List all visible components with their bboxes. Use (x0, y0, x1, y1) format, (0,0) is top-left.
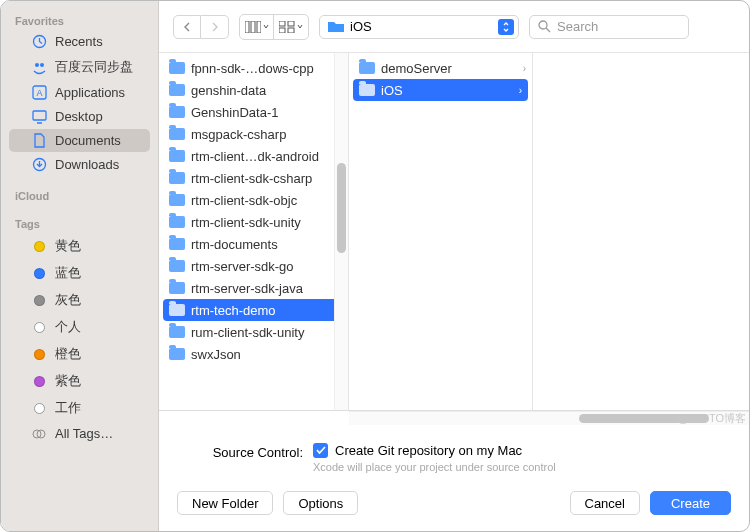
tag-dot-icon (31, 322, 47, 333)
sidebar: Favorites Recents百度云同步盘AApplicationsDesk… (1, 1, 159, 531)
file-row[interactable]: rtm-server-sdk-java› (159, 277, 348, 299)
svg-line-18 (546, 28, 550, 32)
folder-icon (169, 260, 185, 272)
svg-rect-16 (288, 28, 294, 33)
sidebar-tag-工作[interactable]: 工作 (9, 395, 150, 421)
file-name: rtm-tech-demo (191, 303, 329, 318)
file-row[interactable]: rtm-server-sdk-go› (159, 255, 348, 277)
column-2: demoServer›iOS› (349, 53, 533, 410)
folder-icon (169, 238, 185, 250)
file-row[interactable]: rtm-documents› (159, 233, 348, 255)
folder-icon (359, 84, 375, 96)
path-label: iOS (350, 19, 492, 34)
view-mode-group (239, 14, 309, 40)
sidebar-item-label: 个人 (55, 318, 81, 336)
folder-icon (169, 304, 185, 316)
folder-icon (169, 282, 185, 294)
svg-rect-12 (257, 21, 261, 33)
new-folder-button[interactable]: New Folder (177, 491, 273, 515)
file-name: rtm-client…dk-android (191, 149, 333, 164)
svg-rect-5 (33, 111, 46, 120)
folder-icon (359, 62, 375, 74)
toolbar: iOS Search (159, 1, 749, 53)
clock-icon (31, 34, 47, 49)
file-row[interactable]: GenshinData-1› (159, 101, 348, 123)
options-button[interactable]: Options (283, 491, 358, 515)
file-row[interactable]: rtm-client-sdk-csharp› (159, 167, 348, 189)
folder-icon (169, 150, 185, 162)
git-checkbox-row[interactable]: Create Git repository on my Mac (313, 443, 556, 458)
file-row[interactable]: iOS› (353, 79, 528, 101)
file-row[interactable]: fpnn-sdk-…dows-cpp› (159, 57, 348, 79)
sidebar-item-百度云同步盘[interactable]: 百度云同步盘 (9, 54, 150, 80)
folder-icon (169, 348, 185, 360)
chevron-right-icon: › (519, 85, 522, 96)
cancel-button[interactable]: Cancel (570, 491, 640, 515)
file-name: genshin-data (191, 83, 333, 98)
create-button[interactable]: Create (650, 491, 731, 515)
sidebar-tag-灰色[interactable]: 灰色 (9, 287, 150, 313)
svg-point-17 (539, 21, 547, 29)
sidebar-item-documents[interactable]: Documents (9, 129, 150, 152)
file-name: iOS (381, 83, 513, 98)
sidebar-item-label: All Tags… (55, 426, 113, 441)
file-name: rtm-documents (191, 237, 333, 252)
file-row[interactable]: rtm-client-sdk-objc› (159, 189, 348, 211)
sidebar-section-tags: Tags (1, 214, 158, 232)
file-row[interactable]: genshin-data› (159, 79, 348, 101)
save-panel: Favorites Recents百度云同步盘AApplicationsDesk… (0, 0, 750, 532)
file-name: fpnn-sdk-…dows-cpp (191, 61, 333, 76)
sidebar-item-recents[interactable]: Recents (9, 30, 150, 53)
group-view-button[interactable] (274, 15, 308, 39)
doc-icon (31, 133, 47, 148)
sidebar-item-label: 灰色 (55, 291, 81, 309)
file-row[interactable]: rtm-tech-demo› (163, 299, 344, 321)
sidebar-item-downloads[interactable]: Downloads (9, 153, 150, 176)
sidebar-tag-All Tags…[interactable]: All Tags… (9, 422, 150, 445)
file-name: rtm-client-sdk-objc (191, 193, 333, 208)
file-row[interactable]: swxJson› (159, 343, 348, 365)
sidebar-section-favorites: Favorites (1, 11, 158, 29)
file-name: swxJson (191, 347, 333, 362)
file-name: GenshinData-1 (191, 105, 333, 120)
file-row[interactable]: msgpack-csharp› (159, 123, 348, 145)
search-placeholder: Search (557, 19, 598, 34)
download-icon (31, 157, 47, 172)
scrollbar-vertical[interactable] (334, 53, 348, 410)
folder-icon (169, 326, 185, 338)
sidebar-tag-黄色[interactable]: 黄色 (9, 233, 150, 259)
chevron-right-icon: › (523, 63, 526, 74)
back-button[interactable] (173, 15, 201, 39)
sidebar-tag-紫色[interactable]: 紫色 (9, 368, 150, 394)
file-name: msgpack-csharp (191, 127, 333, 142)
sidebar-item-applications[interactable]: AApplications (9, 81, 150, 104)
folder-icon (169, 106, 185, 118)
nav-buttons (173, 15, 229, 39)
forward-button[interactable] (201, 15, 229, 39)
tag-dot-icon (31, 349, 47, 360)
sidebar-item-label: 蓝色 (55, 264, 81, 282)
sidebar-item-label: Desktop (55, 109, 103, 124)
folder-icon (328, 18, 344, 36)
file-name: rtm-server-sdk-go (191, 259, 333, 274)
file-row[interactable]: rtm-client-sdk-unity› (159, 211, 348, 233)
svg-text:A: A (36, 88, 42, 98)
sidebar-tag-蓝色[interactable]: 蓝色 (9, 260, 150, 286)
sidebar-item-desktop[interactable]: Desktop (9, 105, 150, 128)
baidu-icon (31, 60, 47, 75)
source-control-label: Source Control: (183, 443, 303, 460)
sidebar-tag-橙色[interactable]: 橙色 (9, 341, 150, 367)
search-icon (538, 20, 551, 33)
file-row[interactable]: demoServer› (349, 57, 532, 79)
file-row[interactable]: rum-client-sdk-unity› (159, 321, 348, 343)
sidebar-item-label: Applications (55, 85, 125, 100)
path-popup[interactable]: iOS (319, 15, 519, 39)
sidebar-tag-个人[interactable]: 个人 (9, 314, 150, 340)
search-field[interactable]: Search (529, 15, 689, 39)
columns-view-button[interactable] (240, 15, 274, 39)
sidebar-item-label: 黄色 (55, 237, 81, 255)
svg-rect-10 (245, 21, 249, 33)
tag-dot-icon (31, 427, 47, 441)
apps-icon: A (31, 85, 47, 100)
file-row[interactable]: rtm-client…dk-android› (159, 145, 348, 167)
